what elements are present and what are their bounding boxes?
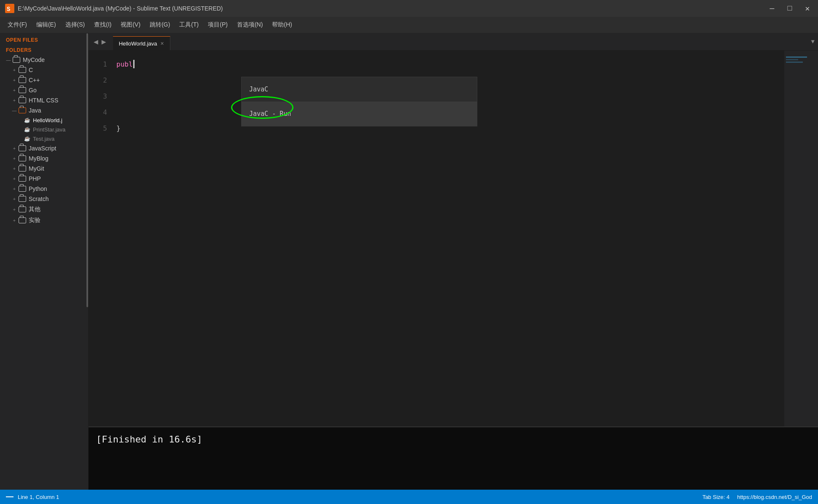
maximize-button[interactable]: □ xyxy=(784,4,795,13)
sidebar-item-mycode[interactable]: — MyCode xyxy=(0,55,88,65)
sidebar-item-helloworld[interactable]: ☕ HelloWorld.j xyxy=(0,115,88,125)
sidebar-item-scratch[interactable]: + Scratch xyxy=(0,194,88,204)
folder-label: MyCode xyxy=(23,56,45,63)
sidebar-item-javascript[interactable]: + JavaScript xyxy=(0,143,88,153)
folder-label: C++ xyxy=(29,77,40,83)
sidebar-item-testjava[interactable]: ☕ Test.java xyxy=(0,134,88,143)
editor-area: ◀ ▶ HelloWorld.java × ▼ 1 2 3 4 5 publ xyxy=(89,33,818,490)
menu-item-g[interactable]: 跳转(G) xyxy=(145,19,174,30)
collapse-icon: — xyxy=(12,108,17,113)
menu-item-p[interactable]: 项目(P) xyxy=(204,19,232,30)
menu-item-n[interactable]: 首选项(N) xyxy=(233,19,267,30)
menu-item-h[interactable]: 帮助(H) xyxy=(268,19,296,30)
expand-icon: + xyxy=(12,166,17,171)
folder-icon xyxy=(19,107,26,113)
folder-label: MyBlog xyxy=(29,155,48,162)
folder-label: JavaScript xyxy=(29,145,56,152)
expand-icon: + xyxy=(12,176,17,181)
terminal-panel: [Finished in 16.6s] xyxy=(89,426,818,490)
tab-helloworld[interactable]: HelloWorld.java × xyxy=(113,36,170,50)
status-position: Line 1, Column 1 xyxy=(18,494,59,500)
expand-icon: + xyxy=(12,156,17,161)
terminal-output: [Finished in 16.6s] xyxy=(96,434,202,445)
folder-label: 其他 xyxy=(29,206,40,213)
status-dash xyxy=(6,496,13,497)
tab-nav-left[interactable]: ◀ xyxy=(92,35,100,49)
sidebar-scrollbar[interactable] xyxy=(86,33,88,490)
file-label: PrintStar.java xyxy=(33,126,65,133)
sidebar-item-php[interactable]: + PHP xyxy=(0,174,88,184)
minimap-line xyxy=(786,56,807,58)
sidebar-item-other[interactable]: + 其他 xyxy=(0,204,88,215)
autocomplete-dropdown: JavaC JavaC - Run xyxy=(241,77,477,126)
folder-label: HTML CSS xyxy=(29,97,58,104)
folders-label: FOLDERS xyxy=(0,45,88,55)
expand-icon: + xyxy=(12,196,17,201)
minimize-button[interactable]: — xyxy=(767,4,778,13)
folder-label: Python xyxy=(29,185,47,192)
sidebar-item-go[interactable]: + Go xyxy=(0,85,88,95)
tab-bar: ◀ ▶ HelloWorld.java × ▼ xyxy=(89,33,818,51)
sidebar-item-java[interactable]: — Java xyxy=(0,105,88,115)
sidebar-item-cpp[interactable]: + C++ xyxy=(0,75,88,85)
sidebar: OPEN FILES FOLDERS — MyCode + C + C++ + … xyxy=(0,33,89,490)
expand-icon: + xyxy=(12,78,17,83)
expand-icon: + xyxy=(12,88,17,93)
menu-item-f[interactable]: 文件(F) xyxy=(3,19,31,30)
autocomplete-item-javac[interactable]: JavaC xyxy=(242,77,477,102)
folder-icon xyxy=(19,97,26,103)
code-content[interactable]: publ } JavaC JavaC - Run xyxy=(110,51,818,490)
sidebar-item-mygit[interactable]: + MyGit xyxy=(0,164,88,174)
sidebar-item-c[interactable]: + C xyxy=(0,65,88,75)
file-label: HelloWorld.j xyxy=(33,117,62,123)
sidebar-item-myblog[interactable]: + MyBlog xyxy=(0,153,88,164)
expand-icon: + xyxy=(12,218,17,223)
autocomplete-item-javac-run[interactable]: JavaC - Run xyxy=(242,102,477,126)
java-file-icon: ☕ xyxy=(24,117,30,123)
close-button[interactable]: ✕ xyxy=(802,4,813,13)
tab-label: HelloWorld.java xyxy=(119,40,157,47)
folder-label: MyGit xyxy=(29,165,44,172)
expand-icon: + xyxy=(12,98,17,103)
expand-icon: + xyxy=(12,67,17,72)
line-num-2: 2 xyxy=(89,72,107,88)
svg-text:S: S xyxy=(7,6,10,13)
folder-icon xyxy=(19,145,26,151)
folder-label: 实验 xyxy=(29,217,40,224)
line-num-4: 4 xyxy=(89,105,107,121)
folder-icon xyxy=(19,155,26,161)
tab-nav-right[interactable]: ▶ xyxy=(100,35,108,49)
open-files-label: OPEN FILES xyxy=(0,33,88,45)
sidebar-item-python[interactable]: + Python xyxy=(0,184,88,194)
folder-icon xyxy=(13,57,20,63)
status-left: Line 1, Column 1 xyxy=(6,494,59,500)
sidebar-item-htmlcss[interactable]: + HTML CSS xyxy=(0,95,88,105)
sidebar-scrollbar-thumb xyxy=(86,33,88,307)
menu-bar: 文件(F)编辑(E)选择(S)查找(I)视图(V)跳转(G)工具(T)项目(P)… xyxy=(0,17,818,33)
code-editor[interactable]: 1 2 3 4 5 publ } JavaC JavaC - Run xyxy=(89,51,818,490)
sidebar-item-lab[interactable]: + 实验 xyxy=(0,215,88,226)
line-num-5: 5 xyxy=(89,121,107,137)
expand-icon: + xyxy=(12,207,17,212)
menu-item-i[interactable]: 查找(I) xyxy=(90,19,116,30)
java-file-icon: ☕ xyxy=(24,135,30,142)
tab-close-button[interactable]: × xyxy=(160,40,164,47)
tab-dropdown-button[interactable]: ▼ xyxy=(811,38,815,45)
folder-icon xyxy=(19,186,26,192)
sublime-icon: S xyxy=(5,4,14,13)
minimap xyxy=(784,51,818,490)
line-num-1: 1 xyxy=(89,56,107,72)
collapse-icon: — xyxy=(6,57,11,62)
folder-label: Scratch xyxy=(29,196,48,202)
window-title: E:\MyCode\Java\HelloWorld.java (MyCode) … xyxy=(18,5,767,12)
line-numbers: 1 2 3 4 5 xyxy=(89,51,110,490)
menu-item-e[interactable]: 编辑(E) xyxy=(32,19,60,30)
menu-item-t[interactable]: 工具(T) xyxy=(175,19,203,30)
folder-label: PHP xyxy=(29,175,41,182)
status-url: https://blog.csdn.net/D_si_God xyxy=(737,494,812,500)
menu-item-v[interactable]: 视图(V) xyxy=(116,19,145,30)
expand-icon: + xyxy=(12,186,17,191)
sidebar-item-printstar[interactable]: ☕ PrintStar.java xyxy=(0,125,88,134)
main-layout: OPEN FILES FOLDERS — MyCode + C + C++ + … xyxy=(0,33,818,490)
menu-item-s[interactable]: 选择(S) xyxy=(61,19,89,30)
